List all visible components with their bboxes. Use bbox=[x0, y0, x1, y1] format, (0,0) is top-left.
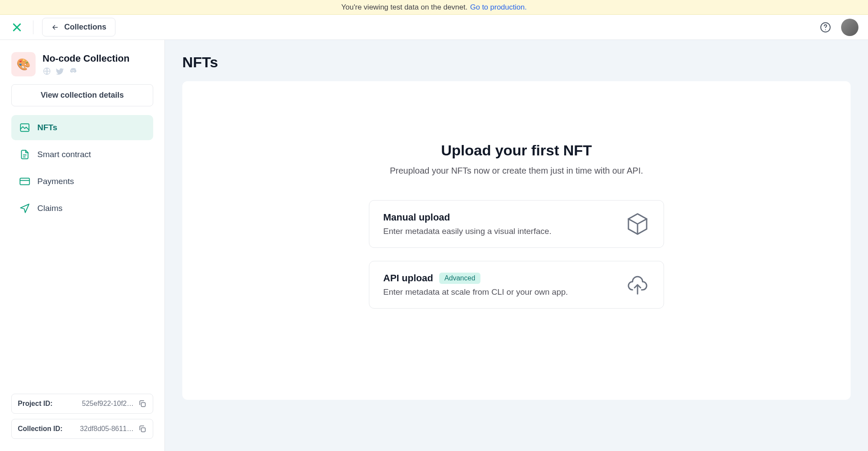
sidebar-item-smart-contract[interactable]: Smart contract bbox=[11, 142, 153, 167]
svg-rect-4 bbox=[141, 403, 145, 407]
collection-avatar-icon: 🎨 bbox=[11, 52, 36, 76]
help-icon[interactable] bbox=[819, 21, 832, 33]
sidebar-footer: Project ID: 525ef922-10f2… Collection ID… bbox=[11, 394, 153, 439]
discord-icon[interactable] bbox=[69, 67, 77, 76]
banner-text: You're viewing test data on the devnet. bbox=[341, 3, 467, 12]
collection-id-row: Collection ID: 32df8d05-8611… bbox=[11, 419, 153, 439]
collections-back-button[interactable]: Collections bbox=[42, 18, 115, 36]
sidebar-item-payments[interactable]: Payments bbox=[11, 169, 153, 194]
devnet-banner: You're viewing test data on the devnet. … bbox=[0, 0, 868, 15]
advanced-badge: Advanced bbox=[439, 273, 480, 284]
option-description: Enter metadata easily using a visual int… bbox=[383, 227, 552, 236]
sidebar-nav: NFTs Smart contract Payments Claims bbox=[11, 115, 153, 221]
view-collection-details-button[interactable]: View collection details bbox=[11, 84, 153, 106]
cloud-upload-icon bbox=[625, 273, 650, 297]
go-to-production-link[interactable]: Go to production. bbox=[470, 3, 526, 12]
sidebar-item-label: Smart contract bbox=[37, 150, 91, 159]
collection-header: 🎨 No-code Collection bbox=[11, 52, 153, 76]
option-title: API upload bbox=[383, 273, 433, 284]
project-id-row: Project ID: 525ef922-10f2… bbox=[11, 394, 153, 414]
divider bbox=[33, 20, 33, 34]
image-icon bbox=[19, 122, 30, 133]
copy-icon[interactable] bbox=[138, 425, 147, 433]
project-id-label: Project ID: bbox=[18, 400, 53, 408]
project-id-value: 525ef922-10f2… bbox=[82, 400, 134, 408]
user-avatar[interactable] bbox=[841, 19, 858, 36]
sidebar-item-claims[interactable]: Claims bbox=[11, 196, 153, 221]
empty-state-card: Upload your first NFT Preupload your NFT… bbox=[182, 81, 851, 400]
copy-icon[interactable] bbox=[138, 399, 147, 408]
collection-social-icons bbox=[43, 67, 129, 76]
arrow-left-icon bbox=[51, 23, 59, 31]
collections-label: Collections bbox=[64, 23, 106, 32]
credit-card-icon bbox=[19, 176, 30, 187]
topbar: Collections bbox=[0, 15, 868, 40]
sidebar: 🎨 No-code Collection View collection det… bbox=[0, 40, 165, 451]
empty-state-subheading: Preupload your NFTs now or create them j… bbox=[390, 166, 643, 176]
svg-rect-5 bbox=[141, 428, 145, 432]
page-title: NFTs bbox=[182, 54, 851, 71]
twitter-icon[interactable] bbox=[56, 67, 64, 76]
collection-name: No-code Collection bbox=[43, 53, 129, 64]
collection-id-label: Collection ID: bbox=[18, 425, 62, 433]
document-icon bbox=[19, 149, 30, 160]
manual-upload-option[interactable]: Manual upload Enter metadata easily usin… bbox=[369, 200, 664, 248]
option-title: Manual upload bbox=[383, 212, 450, 223]
app-logo-icon[interactable] bbox=[10, 20, 24, 35]
collection-id-value: 32df8d05-8611… bbox=[80, 425, 134, 433]
box-icon bbox=[625, 212, 650, 236]
main-content: NFTs Upload your first NFT Preupload you… bbox=[165, 40, 868, 451]
svg-rect-3 bbox=[20, 178, 30, 184]
sidebar-item-nfts[interactable]: NFTs bbox=[11, 115, 153, 140]
sidebar-item-label: Claims bbox=[37, 204, 62, 213]
api-upload-option[interactable]: API upload Advanced Enter metadata at sc… bbox=[369, 261, 664, 309]
option-description: Enter metadata at scale from CLI or your… bbox=[383, 287, 568, 297]
sidebar-item-label: NFTs bbox=[37, 123, 57, 132]
sidebar-item-label: Payments bbox=[37, 177, 74, 186]
empty-state-heading: Upload your first NFT bbox=[441, 142, 592, 159]
website-icon[interactable] bbox=[43, 67, 51, 76]
send-icon bbox=[19, 203, 30, 214]
